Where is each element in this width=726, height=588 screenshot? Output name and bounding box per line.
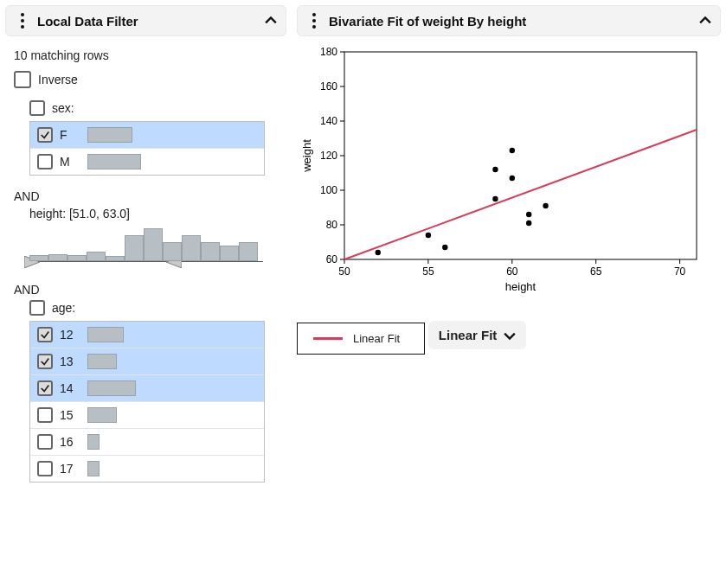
sex-item-row[interactable]: F — [30, 122, 264, 148]
y-tick-label: 80 — [326, 219, 338, 231]
and-label-2: AND — [14, 283, 285, 297]
age-item-label: 16 — [60, 435, 80, 449]
scatter-point — [492, 196, 498, 201]
local-data-filter-panel: Local Data Filter 10 matching rows Inver… — [5, 5, 286, 583]
age-item-checkbox[interactable] — [37, 327, 53, 342]
histogram-bar — [163, 242, 182, 261]
legend-label-linear-fit: Linear Fit — [353, 332, 400, 345]
age-filter-header: age: — [29, 300, 285, 316]
histogram-bar — [220, 246, 239, 261]
count-bar — [87, 407, 117, 423]
age-item-row[interactable]: 17 — [30, 455, 264, 482]
x-tick-label: 65 — [590, 265, 602, 278]
inverse-checkbox[interactable] — [14, 71, 31, 88]
count-bar — [87, 154, 141, 169]
histogram-bar — [87, 252, 106, 261]
sex-item-label: F — [60, 128, 80, 142]
sex-listbox: FM — [29, 121, 265, 176]
y-tick-label: 120 — [320, 150, 337, 162]
inverse-label: Inverse — [38, 73, 78, 86]
inverse-row: Inverse — [14, 71, 285, 88]
sex-var-checkbox[interactable] — [29, 100, 45, 116]
histogram-bar — [144, 228, 163, 261]
histogram-bar — [125, 235, 144, 261]
chevron-up-icon[interactable] — [265, 15, 277, 27]
age-item-row[interactable]: 14 — [30, 374, 264, 401]
local-data-filter-menu-icon[interactable] — [15, 13, 30, 29]
scatter-point — [426, 233, 431, 238]
age-item-checkbox[interactable] — [37, 380, 53, 396]
x-tick-label: 50 — [338, 265, 350, 278]
scatter-point — [492, 167, 498, 172]
height-filter-label: height: [51.0, 63.0] — [29, 207, 285, 220]
sex-item-row[interactable]: M — [30, 148, 264, 175]
linear-fit-label: Linear Fit — [439, 328, 498, 342]
scatter-point — [510, 176, 515, 181]
age-item-row[interactable]: 15 — [30, 401, 264, 428]
y-tick-label: 160 — [320, 80, 337, 93]
scatter-point — [526, 220, 531, 226]
histogram-bar — [182, 235, 201, 261]
y-tick-label: 140 — [320, 115, 337, 127]
count-bar — [87, 434, 100, 450]
age-listbox: 121314151617 — [29, 321, 265, 483]
bivariate-fit-menu-icon[interactable] — [306, 13, 322, 29]
scatter-chart: 60801001201401601805055606570heightweigh… — [297, 45, 721, 298]
y-tick-label: 100 — [320, 184, 337, 196]
sex-item-checkbox[interactable] — [37, 154, 53, 169]
chart-legend: Linear Fit — [297, 323, 425, 355]
bivariate-fit-title: Bivariate Fit of weight By height — [329, 14, 692, 29]
age-item-label: 15 — [60, 408, 80, 422]
age-item-checkbox[interactable] — [37, 461, 53, 476]
x-tick-label: 60 — [506, 265, 518, 278]
x-tick-label: 70 — [674, 265, 686, 278]
count-bar — [87, 380, 136, 396]
count-bar — [87, 461, 100, 476]
x-axis-label: height — [505, 280, 536, 293]
bivariate-fit-header: Bivariate Fit of weight By height — [297, 5, 721, 36]
histogram-bar — [106, 256, 125, 261]
sex-filter-header: sex: — [29, 100, 285, 116]
linear-fit-toggle[interactable]: Linear Fit — [428, 321, 527, 349]
scatter-point — [376, 250, 381, 255]
linear-fit-line — [344, 130, 697, 259]
count-bar — [87, 327, 124, 342]
local-data-filter-title: Local Data Filter — [37, 14, 258, 29]
local-data-filter-header: Local Data Filter — [5, 5, 286, 36]
histogram-bar — [239, 242, 258, 261]
histogram-bar — [48, 254, 67, 261]
legend-swatch-linear-fit — [313, 337, 343, 340]
sex-filter-label: sex: — [52, 101, 74, 115]
count-bar — [87, 127, 132, 143]
bivariate-fit-panel: Bivariate Fit of weight By height 608010… — [297, 5, 721, 583]
svg-rect-0 — [344, 52, 697, 259]
scatter-point — [510, 148, 515, 153]
age-item-label: 13 — [60, 355, 80, 368]
scatter-point — [442, 245, 447, 250]
y-tick-label: 60 — [326, 253, 338, 265]
and-label-1: AND — [14, 189, 285, 203]
sex-item-label: M — [60, 155, 80, 169]
age-var-checkbox[interactable] — [29, 300, 45, 316]
scatter-point — [526, 212, 531, 217]
chevron-down-icon — [504, 329, 516, 342]
age-item-label: 17 — [60, 462, 80, 476]
y-tick-label: 180 — [320, 46, 337, 58]
age-item-label: 14 — [60, 381, 80, 395]
age-item-row[interactable]: 13 — [30, 348, 264, 374]
age-item-label: 12 — [60, 328, 80, 342]
height-histogram[interactable] — [29, 226, 263, 269]
histogram-bar — [201, 242, 220, 261]
sex-item-checkbox[interactable] — [37, 127, 53, 143]
histogram-bar — [29, 255, 48, 261]
age-item-row[interactable]: 16 — [30, 428, 264, 455]
matching-rows-text: 10 matching rows — [14, 48, 285, 62]
count-bar — [87, 354, 117, 369]
chevron-up-icon[interactable] — [699, 15, 711, 27]
age-item-checkbox[interactable] — [37, 407, 53, 423]
age-item-checkbox[interactable] — [37, 434, 53, 450]
histogram-bar — [67, 255, 87, 261]
age-item-row[interactable]: 12 — [30, 322, 264, 348]
age-filter-label: age: — [52, 301, 75, 315]
age-item-checkbox[interactable] — [37, 354, 53, 369]
